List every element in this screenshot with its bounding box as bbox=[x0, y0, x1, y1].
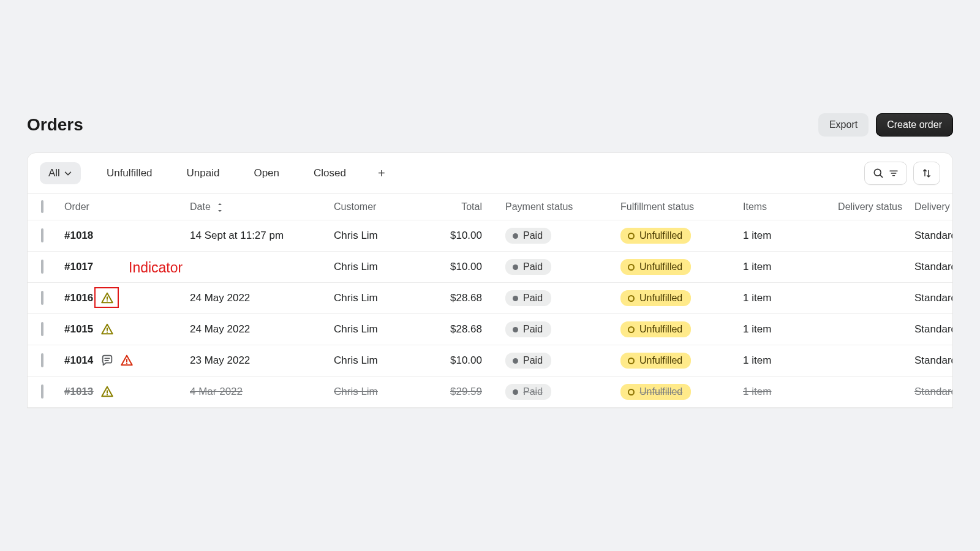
order-id: #1015 bbox=[64, 323, 93, 335]
order-id: #1014 bbox=[64, 354, 93, 367]
table-tools bbox=[864, 162, 940, 185]
col-date-label: Date bbox=[190, 201, 211, 212]
order-customer: Chris Lim bbox=[328, 252, 432, 283]
row-checkbox[interactable] bbox=[41, 291, 43, 305]
order-id: #1017 bbox=[64, 261, 93, 273]
filter-tabs: All Unfulfilled Unpaid Open Closed + bbox=[40, 162, 391, 184]
row-checkbox[interactable] bbox=[41, 384, 43, 399]
filter-bar: All Unfulfilled Unpaid Open Closed + bbox=[28, 153, 952, 194]
filter-icon bbox=[888, 168, 899, 179]
table-row[interactable]: #101814 Sept at 11:27 pmChris Lim$10.00P… bbox=[28, 220, 953, 252]
order-items: 1 item bbox=[737, 252, 816, 283]
table-row[interactable]: #10134 Mar 2022Chris Lim$29.59PaidUnfulf… bbox=[28, 377, 953, 408]
row-checkbox[interactable] bbox=[41, 228, 43, 242]
note-icon bbox=[100, 354, 114, 367]
payment-status-badge: Paid bbox=[505, 259, 551, 275]
delivery-status bbox=[816, 314, 908, 345]
delivery-status bbox=[816, 220, 908, 252]
tab-label: All bbox=[48, 167, 60, 179]
fulfillment-status-badge: Unfulfilled bbox=[620, 290, 691, 306]
table-row[interactable]: #1017Indicator for fraud orderChris Lim$… bbox=[28, 252, 953, 283]
select-all-checkbox[interactable] bbox=[41, 200, 43, 213]
row-checkbox[interactable] bbox=[41, 260, 43, 274]
order-total: $29.59 bbox=[432, 377, 499, 408]
order-customer: Chris Lim bbox=[328, 377, 432, 408]
svg-line-1 bbox=[880, 175, 883, 178]
col-items[interactable]: Items bbox=[737, 194, 816, 220]
fulfillment-status-badge: Unfulfilled bbox=[620, 259, 691, 275]
row-checkbox[interactable] bbox=[41, 353, 43, 367]
payment-status-badge: Paid bbox=[505, 290, 551, 306]
search-icon bbox=[872, 167, 884, 179]
svg-point-14 bbox=[107, 394, 108, 395]
fulfillment-status-badge: Unfulfilled bbox=[620, 384, 691, 400]
tab-unfulfilled[interactable]: Unfulfilled bbox=[98, 162, 161, 184]
order-total: $28.68 bbox=[432, 314, 499, 345]
table-row[interactable]: #101524 May 2022Chris Lim$28.68PaidUnful… bbox=[28, 314, 953, 345]
order-id: #1016 bbox=[64, 292, 93, 304]
delivery-status bbox=[816, 252, 908, 283]
delivery-status bbox=[816, 377, 908, 408]
fraud-warning-icon bbox=[100, 291, 114, 305]
table-row[interactable]: #101423 May 2022Chris Lim$10.00PaidUnful… bbox=[28, 345, 953, 377]
orders-table: Order Date Customer Total Payment status… bbox=[28, 194, 953, 408]
order-date: 24 May 2022 bbox=[184, 283, 328, 314]
sort-indicator-icon bbox=[216, 203, 224, 212]
table-row[interactable]: #101624 May 2022Chris Lim$28.68PaidUnful… bbox=[28, 283, 953, 314]
payment-status-badge: Paid bbox=[505, 228, 551, 244]
col-fulfillment[interactable]: Fulfillment status bbox=[614, 194, 737, 220]
col-order[interactable]: Order bbox=[58, 194, 184, 220]
fraud-warning-icon bbox=[120, 354, 134, 367]
order-customer: Chris Lim bbox=[328, 314, 432, 345]
export-button[interactable]: Export bbox=[818, 113, 869, 137]
payment-status-badge: Paid bbox=[505, 321, 551, 337]
fraud-warning-icon bbox=[100, 323, 114, 336]
sort-button[interactable] bbox=[913, 162, 940, 185]
col-total[interactable]: Total bbox=[432, 194, 499, 220]
order-customer: Chris Lim bbox=[328, 345, 432, 377]
create-order-button[interactable]: Create order bbox=[876, 113, 953, 137]
fraud-warning-icon bbox=[100, 385, 114, 399]
fulfillment-status-badge: Unfulfilled bbox=[620, 353, 691, 369]
delivery-method: Standard bbox=[908, 345, 953, 377]
row-checkbox[interactable] bbox=[41, 322, 43, 336]
delivery-method: Standard bbox=[908, 220, 953, 252]
fulfillment-status-badge: Unfulfilled bbox=[620, 321, 691, 337]
order-items: 1 item bbox=[737, 345, 816, 377]
delivery-method: Standard bbox=[908, 252, 953, 283]
order-date: 4 Mar 2022 bbox=[184, 377, 328, 408]
col-date[interactable]: Date bbox=[184, 194, 328, 220]
order-date bbox=[184, 252, 328, 283]
chevron-down-icon bbox=[64, 169, 72, 178]
order-items: 1 item bbox=[737, 220, 816, 252]
payment-status-badge: Paid bbox=[505, 384, 551, 400]
search-filter-button[interactable] bbox=[864, 162, 907, 185]
sort-icon bbox=[921, 168, 932, 179]
tab-unpaid[interactable]: Unpaid bbox=[178, 162, 228, 184]
page-header: Orders Export Create order bbox=[0, 113, 980, 152]
col-customer[interactable]: Customer bbox=[328, 194, 432, 220]
orders-card: All Unfulfilled Unpaid Open Closed + bbox=[27, 152, 953, 408]
order-customer: Chris Lim bbox=[328, 220, 432, 252]
tab-closed[interactable]: Closed bbox=[305, 162, 355, 184]
payment-status-badge: Paid bbox=[505, 353, 551, 369]
col-payment[interactable]: Payment status bbox=[499, 194, 614, 220]
col-delivery-method[interactable]: Delivery m bbox=[908, 194, 953, 220]
order-date: 14 Sept at 11:27 pm bbox=[184, 220, 328, 252]
order-customer: Chris Lim bbox=[328, 283, 432, 314]
page-title: Orders bbox=[27, 115, 83, 135]
order-id: #1018 bbox=[64, 230, 93, 242]
tab-open[interactable]: Open bbox=[245, 162, 288, 184]
add-view-button[interactable]: + bbox=[372, 164, 391, 183]
order-total: $10.00 bbox=[432, 345, 499, 377]
delivery-status bbox=[816, 283, 908, 314]
svg-point-6 bbox=[107, 300, 108, 301]
fulfillment-status-badge: Unfulfilled bbox=[620, 228, 691, 244]
col-delivery-status[interactable]: Delivery status bbox=[816, 194, 908, 220]
delivery-method: Standard bbox=[908, 283, 953, 314]
order-items: 1 item bbox=[737, 314, 816, 345]
svg-point-12 bbox=[126, 362, 127, 364]
order-id: #1013 bbox=[64, 386, 93, 398]
order-items: 1 item bbox=[737, 377, 816, 408]
tab-all[interactable]: All bbox=[40, 162, 81, 184]
